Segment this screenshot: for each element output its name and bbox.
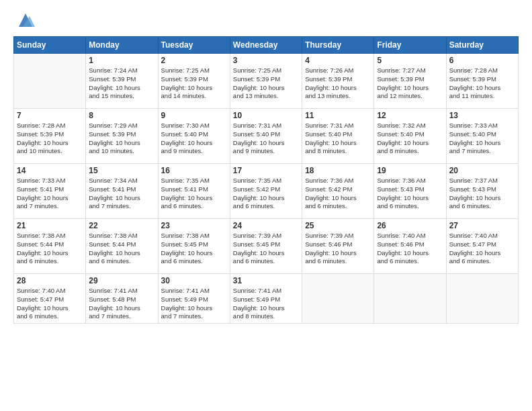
day-info: Sunrise: 7:35 AM Sunset: 5:42 PM Dayligh…	[233, 177, 299, 211]
day-number: 7	[17, 111, 83, 120]
day-number: 22	[89, 221, 154, 230]
column-header-monday: Monday	[86, 37, 158, 54]
day-number: 31	[233, 276, 299, 285]
calendar-cell: 27Sunrise: 7:40 AM Sunset: 5:47 PM Dayli…	[446, 219, 518, 274]
day-info: Sunrise: 7:38 AM Sunset: 5:44 PM Dayligh…	[89, 232, 154, 266]
calendar-cell: 31Sunrise: 7:41 AM Sunset: 5:49 PM Dayli…	[230, 274, 302, 324]
calendar-cell: 24Sunrise: 7:39 AM Sunset: 5:45 PM Dayli…	[230, 219, 302, 274]
day-info: Sunrise: 7:41 AM Sunset: 5:49 PM Dayligh…	[161, 287, 227, 321]
day-number: 18	[305, 166, 371, 175]
day-info: Sunrise: 7:39 AM Sunset: 5:45 PM Dayligh…	[233, 232, 299, 266]
calendar-cell: 26Sunrise: 7:40 AM Sunset: 5:46 PM Dayli…	[374, 219, 446, 274]
calendar-cell: 19Sunrise: 7:36 AM Sunset: 5:43 PM Dayli…	[374, 164, 446, 219]
day-number: 1	[89, 56, 154, 65]
week-row-5: 28Sunrise: 7:40 AM Sunset: 5:47 PM Dayli…	[14, 274, 519, 324]
day-number: 27	[449, 221, 515, 230]
calendar-cell: 13Sunrise: 7:33 AM Sunset: 5:40 PM Dayli…	[446, 109, 518, 164]
day-number: 3	[233, 56, 299, 65]
day-info: Sunrise: 7:38 AM Sunset: 5:44 PM Dayligh…	[17, 232, 83, 266]
day-number: 12	[377, 111, 443, 120]
calendar-cell: 10Sunrise: 7:31 AM Sunset: 5:40 PM Dayli…	[230, 109, 302, 164]
day-number: 24	[233, 221, 299, 230]
calendar-cell: 30Sunrise: 7:41 AM Sunset: 5:49 PM Dayli…	[158, 274, 230, 324]
day-info: Sunrise: 7:36 AM Sunset: 5:43 PM Dayligh…	[377, 177, 443, 211]
calendar-cell: 18Sunrise: 7:36 AM Sunset: 5:42 PM Dayli…	[302, 164, 374, 219]
week-row-1: 1Sunrise: 7:24 AM Sunset: 5:39 PM Daylig…	[14, 54, 519, 109]
page: SundayMondayTuesdayWednesdayThursdayFrid…	[0, 0, 532, 411]
day-number: 9	[161, 111, 227, 120]
calendar-cell: 1Sunrise: 7:24 AM Sunset: 5:39 PM Daylig…	[86, 54, 158, 109]
calendar-cell: 15Sunrise: 7:34 AM Sunset: 5:41 PM Dayli…	[86, 164, 158, 219]
day-info: Sunrise: 7:25 AM Sunset: 5:39 PM Dayligh…	[161, 66, 227, 101]
day-number: 4	[305, 56, 371, 65]
day-info: Sunrise: 7:30 AM Sunset: 5:40 PM Dayligh…	[161, 122, 227, 156]
day-info: Sunrise: 7:35 AM Sunset: 5:41 PM Dayligh…	[161, 177, 227, 211]
header-row: SundayMondayTuesdayWednesdayThursdayFrid…	[14, 37, 519, 54]
column-header-wednesday: Wednesday	[230, 37, 302, 54]
day-info: Sunrise: 7:26 AM Sunset: 5:39 PM Dayligh…	[305, 66, 371, 101]
day-number: 30	[161, 276, 227, 285]
day-number: 20	[449, 166, 515, 175]
calendar-cell: 8Sunrise: 7:29 AM Sunset: 5:39 PM Daylig…	[86, 109, 158, 164]
day-number: 16	[161, 166, 227, 175]
day-number: 13	[449, 111, 515, 120]
day-info: Sunrise: 7:36 AM Sunset: 5:42 PM Dayligh…	[305, 177, 371, 211]
day-info: Sunrise: 7:31 AM Sunset: 5:40 PM Dayligh…	[233, 122, 299, 156]
day-number: 23	[161, 221, 227, 230]
calendar-cell: 4Sunrise: 7:26 AM Sunset: 5:39 PM Daylig…	[302, 54, 374, 109]
column-header-thursday: Thursday	[302, 37, 374, 54]
day-info: Sunrise: 7:38 AM Sunset: 5:45 PM Dayligh…	[161, 232, 227, 266]
day-number: 8	[89, 111, 154, 120]
column-header-saturday: Saturday	[446, 37, 518, 54]
day-number: 6	[449, 56, 515, 65]
day-number: 25	[305, 221, 371, 230]
calendar-cell	[374, 274, 446, 324]
day-info: Sunrise: 7:33 AM Sunset: 5:41 PM Dayligh…	[17, 177, 83, 211]
calendar-cell: 9Sunrise: 7:30 AM Sunset: 5:40 PM Daylig…	[158, 109, 230, 164]
calendar-cell: 2Sunrise: 7:25 AM Sunset: 5:39 PM Daylig…	[158, 54, 230, 109]
day-number: 2	[161, 56, 227, 65]
day-number: 15	[89, 166, 154, 175]
calendar-cell: 11Sunrise: 7:31 AM Sunset: 5:40 PM Dayli…	[302, 109, 374, 164]
day-number: 26	[377, 221, 443, 230]
day-info: Sunrise: 7:32 AM Sunset: 5:40 PM Dayligh…	[377, 122, 443, 156]
calendar-cell: 12Sunrise: 7:32 AM Sunset: 5:40 PM Dayli…	[374, 109, 446, 164]
calendar-cell: 25Sunrise: 7:39 AM Sunset: 5:46 PM Dayli…	[302, 219, 374, 274]
logo	[13, 11, 35, 30]
week-row-3: 14Sunrise: 7:33 AM Sunset: 5:41 PM Dayli…	[14, 164, 519, 219]
day-number: 19	[377, 166, 443, 175]
calendar-cell: 5Sunrise: 7:27 AM Sunset: 5:39 PM Daylig…	[374, 54, 446, 109]
column-header-sunday: Sunday	[14, 37, 86, 54]
day-info: Sunrise: 7:27 AM Sunset: 5:39 PM Dayligh…	[377, 66, 443, 101]
calendar-cell: 21Sunrise: 7:38 AM Sunset: 5:44 PM Dayli…	[14, 219, 86, 274]
day-info: Sunrise: 7:28 AM Sunset: 5:39 PM Dayligh…	[449, 66, 515, 101]
calendar-cell: 14Sunrise: 7:33 AM Sunset: 5:41 PM Dayli…	[14, 164, 86, 219]
day-number: 10	[233, 111, 299, 120]
day-info: Sunrise: 7:39 AM Sunset: 5:46 PM Dayligh…	[305, 232, 371, 266]
calendar-cell: 20Sunrise: 7:37 AM Sunset: 5:43 PM Dayli…	[446, 164, 518, 219]
day-info: Sunrise: 7:33 AM Sunset: 5:40 PM Dayligh…	[449, 122, 515, 156]
day-info: Sunrise: 7:40 AM Sunset: 5:46 PM Dayligh…	[377, 232, 443, 266]
column-header-friday: Friday	[374, 37, 446, 54]
calendar-cell: 23Sunrise: 7:38 AM Sunset: 5:45 PM Dayli…	[158, 219, 230, 274]
day-info: Sunrise: 7:31 AM Sunset: 5:40 PM Dayligh…	[305, 122, 371, 156]
column-header-tuesday: Tuesday	[158, 37, 230, 54]
day-info: Sunrise: 7:40 AM Sunset: 5:47 PM Dayligh…	[449, 232, 515, 266]
day-info: Sunrise: 7:41 AM Sunset: 5:48 PM Dayligh…	[89, 287, 154, 321]
day-number: 11	[305, 111, 371, 120]
day-info: Sunrise: 7:29 AM Sunset: 5:39 PM Dayligh…	[89, 122, 154, 156]
calendar-cell: 17Sunrise: 7:35 AM Sunset: 5:42 PM Dayli…	[230, 164, 302, 219]
calendar-cell	[446, 274, 518, 324]
calendar-cell: 22Sunrise: 7:38 AM Sunset: 5:44 PM Dayli…	[86, 219, 158, 274]
calendar-cell	[302, 274, 374, 324]
day-info: Sunrise: 7:40 AM Sunset: 5:47 PM Dayligh…	[17, 287, 83, 321]
week-row-4: 21Sunrise: 7:38 AM Sunset: 5:44 PM Dayli…	[14, 219, 519, 274]
calendar-cell: 3Sunrise: 7:25 AM Sunset: 5:39 PM Daylig…	[230, 54, 302, 109]
day-info: Sunrise: 7:34 AM Sunset: 5:41 PM Dayligh…	[89, 177, 154, 211]
day-info: Sunrise: 7:24 AM Sunset: 5:39 PM Dayligh…	[89, 66, 154, 101]
day-number: 5	[377, 56, 443, 65]
day-info: Sunrise: 7:28 AM Sunset: 5:39 PM Dayligh…	[17, 122, 83, 156]
calendar-cell: 28Sunrise: 7:40 AM Sunset: 5:47 PM Dayli…	[14, 274, 86, 324]
header	[13, 11, 519, 30]
day-info: Sunrise: 7:37 AM Sunset: 5:43 PM Dayligh…	[449, 177, 515, 211]
